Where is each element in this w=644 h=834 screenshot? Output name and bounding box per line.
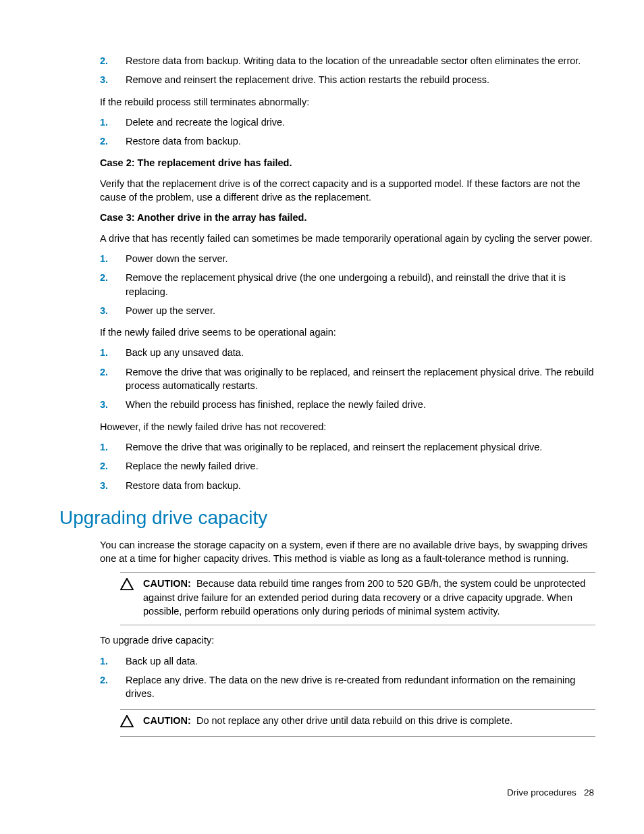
list-top: 2.Restore data from backup. Writing data… — [100, 54, 595, 87]
paragraph: If the rebuild process still terminates … — [100, 95, 595, 109]
list-item: 3.Power up the server. — [100, 304, 595, 317]
list-item: 1.Back up any unsaved data. — [100, 346, 595, 359]
list-number: 2. — [100, 673, 126, 701]
list-text: Restore data from backup. — [126, 134, 595, 148]
caution-text: CAUTION: Do not replace any other drive … — [143, 714, 595, 729]
list-item: 2.Remove the replacement physical drive … — [100, 271, 595, 298]
footer-page-number: 28 — [584, 787, 594, 798]
list-upgrade: 1.Back up all data. 2.Replace any drive.… — [100, 654, 595, 701]
caution-body: Because data rebuild time ranges from 20… — [143, 578, 585, 617]
paragraph: A drive that has recently failed can som… — [100, 232, 595, 245]
list-text: Remove the replacement physical drive (t… — [126, 271, 595, 298]
list-text: Back up any unsaved data. — [126, 346, 595, 359]
list-text: Remove the drive that was originally to … — [126, 365, 595, 393]
case2-heading: Case 2: The replacement drive has failed… — [100, 156, 595, 170]
list-text: Restore data from backup. Writing data t… — [126, 54, 595, 68]
caution-block: CAUTION: Do not replace any other drive … — [120, 709, 595, 737]
paragraph: You can increase the storage capacity on… — [100, 538, 595, 566]
list-number: 2. — [100, 365, 126, 393]
page-footer: Drive procedures 28 — [507, 787, 594, 798]
list-item: 3.Restore data from backup. — [100, 479, 595, 492]
list-number: 3. — [100, 304, 126, 317]
list-text: Replace any drive. The data on the new d… — [126, 673, 595, 701]
list-item: 3.When the rebuild process has finished,… — [100, 398, 595, 411]
content-area: 2.Restore data from backup. Writing data… — [100, 54, 595, 737]
caution-label: CAUTION: — [143, 715, 191, 726]
list-case3a: 1.Power down the server. 2.Remove the re… — [100, 252, 595, 317]
list-item: 2.Replace any drive. The data on the new… — [100, 673, 595, 701]
list-item: 1.Remove the drive that was originally t… — [100, 440, 595, 454]
list-text: Delete and recreate the logical drive. — [126, 115, 595, 129]
list-item: 1.Back up all data. — [100, 654, 595, 668]
paragraph: To upgrade drive capacity: — [100, 633, 595, 647]
list-case3b: 1.Back up any unsaved data. 2.Remove the… — [100, 346, 595, 411]
caution-icon — [120, 714, 143, 729]
caution-label: CAUTION: — [143, 578, 191, 589]
list-number: 2. — [100, 54, 126, 68]
list-item: 2.Remove the drive that was originally t… — [100, 365, 595, 393]
list-text: Replace the newly failed drive. — [126, 459, 595, 473]
footer-section: Drive procedures — [507, 787, 576, 798]
case3-heading: Case 3: Another drive in the array has f… — [100, 211, 595, 224]
caution-block: CAUTION: Because data rebuild time range… — [120, 572, 595, 625]
list-case3c: 1.Remove the drive that was originally t… — [100, 440, 595, 492]
list-number: 2. — [100, 271, 126, 298]
section-heading-upgrading: Upgrading drive capacity — [59, 507, 595, 529]
paragraph: Verify that the replacement drive is of … — [100, 177, 595, 205]
list-item: 1.Delete and recreate the logical drive. — [100, 115, 595, 129]
list-number: 1. — [100, 115, 126, 129]
list-text: Remove and reinsert the replacement driv… — [126, 73, 595, 86]
paragraph: However, if the newly failed drive has n… — [100, 420, 595, 434]
caution-icon — [120, 577, 143, 618]
list-item: 1.Power down the server. — [100, 252, 595, 265]
list-number: 3. — [100, 479, 126, 492]
list-item: 2.Restore data from backup. — [100, 134, 595, 148]
list-number: 2. — [100, 134, 126, 148]
list-text: Remove the drive that was originally to … — [126, 440, 595, 454]
list-number: 1. — [100, 346, 126, 359]
list-abnormal: 1.Delete and recreate the logical drive.… — [100, 115, 595, 149]
list-number: 2. — [100, 459, 126, 473]
list-text: Restore data from backup. — [126, 479, 595, 492]
list-item: 3.Remove and reinsert the replacement dr… — [100, 73, 595, 86]
page: 2.Restore data from backup. Writing data… — [0, 0, 644, 834]
list-text: Back up all data. — [126, 654, 595, 668]
list-number: 3. — [100, 73, 126, 86]
list-number: 1. — [100, 252, 126, 265]
list-text: When the rebuild process has finished, r… — [126, 398, 595, 411]
list-text: Power up the server. — [126, 304, 595, 317]
caution-text: CAUTION: Because data rebuild time range… — [143, 577, 595, 618]
list-number: 1. — [100, 440, 126, 454]
list-number: 3. — [100, 398, 126, 411]
list-text: Power down the server. — [126, 252, 595, 265]
caution-body: Do not replace any other drive until dat… — [196, 715, 512, 726]
list-item: 2.Restore data from backup. Writing data… — [100, 54, 595, 68]
list-number: 1. — [100, 654, 126, 668]
list-item: 2.Replace the newly failed drive. — [100, 459, 595, 473]
paragraph: If the newly failed drive seems to be op… — [100, 325, 595, 339]
